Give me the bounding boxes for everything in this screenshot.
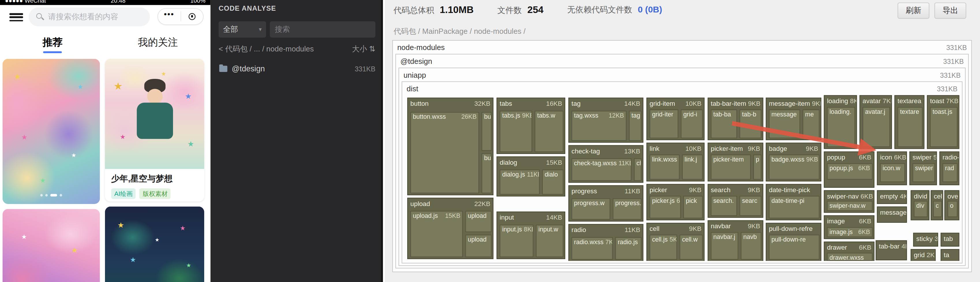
treemap-node[interactable]: tabs16KBtabs.js9KBtabs.w [496,98,565,154]
treemap-node[interactable]: check-tag13KBcheck-tag.wxss11KBch [568,145,643,183]
treemap-node[interactable]: tag14KBtag.wxss12KBtag [568,98,643,143]
treemap-node[interactable]: pull-down-refrepull-down-re [766,223,821,261]
treemap-node[interactable]: cellc [931,190,943,220]
treemap-node[interactable]: picker-item9KBpicker-itemp [708,143,764,181]
tab-following[interactable]: 我的关注 [105,29,210,56]
panel-search-input[interactable] [270,21,375,38]
treemap-file[interactable]: date-time-pi [769,196,819,218]
feed-card-2[interactable]: ★ ★ ★ ★ ★ 少年,星空与梦想 AI绘画 版权素材 [105,59,204,202]
treemap-file[interactable]: bu [482,154,492,194]
treemap-file[interactable]: message [769,109,800,138]
treemap-node[interactable]: image6KBimage.js6KB [824,215,875,239]
treemap-file[interactable]: tab-b [740,109,761,138]
treemap-node[interactable]: empty4KB [877,190,907,204]
treemap-file[interactable]: toast.js [930,107,958,147]
treemap-node[interactable]: input14KBinput.js8KBinput.w [496,212,565,259]
treemap-file[interactable]: progress.js [613,199,642,220]
treemap-node[interactable]: cell9KBcell.js5KBcell.w [646,223,704,261]
treemap-node[interactable]: dialog15KBdialog.js11KBdialo [496,156,565,197]
treemap-file[interactable]: me [803,109,819,138]
search-input[interactable]: 请搜索你想看的内容 [29,8,150,26]
treemap-file[interactable]: tag [629,111,641,141]
treemap-node[interactable]: toast7KBtoast.js [927,95,959,149]
treemap-file[interactable]: o [947,201,958,217]
treemap-file[interactable]: link.j [682,155,703,180]
treemap-node[interactable]: ta [941,249,959,261]
treemap-level-dist[interactable]: dist 331KB button32KBbutton.wxss26KBbubu… [402,82,963,263]
treemap-level-tdesign[interactable]: @tdesign 331KB uniapp 331KB dist 331KB [395,54,969,268]
treemap-node[interactable]: tab [941,233,959,247]
treemap-file[interactable]: icon.w [880,163,905,182]
treemap-file[interactable]: div [914,201,928,217]
tag-copyright[interactable]: 版权素材 [140,188,171,199]
treemap-file[interactable]: pull-down-re [769,235,819,260]
treemap-file[interactable]: cell.w [679,235,703,260]
file-row-tdesign[interactable]: @tdesign 331KB [210,61,381,77]
treemap-file[interactable]: upload [465,211,492,232]
feed-card-3[interactable]: ★ ★ [3,209,100,282]
treemap-file[interactable]: c [933,201,942,217]
treemap-file[interactable]: tag.wxss12KB [572,111,627,141]
treemap-file[interactable]: radio.wxss7KB [572,237,613,260]
treemap-file[interactable]: search. [711,196,737,216]
tab-recommend[interactable]: 推荐 [0,29,105,56]
treemap-node[interactable]: upload22KBupload.js15KBuploadupload [407,198,493,259]
treemap-file[interactable]: cell.js5KB [649,235,677,260]
treemap-node[interactable]: sticky3KB [913,233,938,247]
treemap-node[interactable]: textarea7KBtextare [894,95,924,149]
treemap-node[interactable]: radio11KBradio.wxss7KBradio.js [568,224,643,261]
treemap-file[interactable]: input.js8KB [500,224,533,257]
treemap-node[interactable]: grid-item10KBgrid-itergrid-i [646,98,704,140]
treemap-node[interactable]: navbar9KBnavbar.jnavb [708,220,764,261]
treemap-node[interactable]: swiper5KBswiper [909,151,937,185]
treemap-node[interactable]: oveo [945,190,959,220]
treemap-node[interactable]: message4KB [877,207,907,223]
treemap-file[interactable]: bu [482,112,492,151]
treemap-node[interactable]: popup6KBpopup.js6KB [824,151,875,188]
treemap-file[interactable]: swiper-nav.w [827,201,872,211]
treemap-file[interactable]: picker-item [711,155,751,180]
feed-card-4[interactable]: ★ ★ ★ ★ ★ [105,207,204,282]
treemap-file[interactable]: tabs.w [535,111,563,152]
treemap-node[interactable]: swiper-nav6KBswiper-nav.w [824,190,875,213]
treemap-node[interactable]: date-time-pickdate-time-pi [766,184,821,221]
treemap-file[interactable]: picker.js6KB [649,196,681,218]
treemap-node[interactable]: grid2KB [911,249,936,261]
treemap-node[interactable]: drawer6KBdrawer.wxss [824,242,875,261]
stat-value-link[interactable]: 0 (0B) [638,4,662,14]
treemap-file[interactable]: tabs.js9KB [500,111,532,152]
treemap-file[interactable]: popup.js6KB [827,163,872,179]
treemap-file[interactable]: drawer.wxss [827,253,872,261]
feed-card-1[interactable]: ★ ★ ★ ★ ★ [3,59,100,204]
treemap-node[interactable]: avatar7KBavatar.j [859,95,892,149]
refresh-button[interactable]: 刷新 [897,3,929,19]
treemap-file[interactable]: image.js6KB [827,227,872,237]
treemap-file[interactable]: pick [683,196,703,218]
treemap-node[interactable]: dividdiv [911,190,929,220]
more-icon[interactable]: ••• [158,11,180,21]
treemap-node[interactable]: badge9KBbadge.wxss9KB [766,143,821,181]
treemap-level-uniapp[interactable]: uniapp 331KB dist 331KB button32KBbutton… [399,67,966,266]
treemap-node[interactable]: link10KBlink.wxsslink.j [646,143,704,181]
treemap-node[interactable]: radio-rad [939,151,959,185]
treemap-file[interactable]: badge.wxss9KB [769,155,819,180]
treemap-file[interactable]: loading. [827,107,855,147]
treemap-breadcrumb[interactable]: 代码包 / MainPackage / node-modules / [393,26,525,37]
treemap-file[interactable]: dialo [542,170,563,195]
treemap-file[interactable]: input.w [536,224,563,257]
treemap-file[interactable]: textare [897,107,923,147]
menu-icon[interactable] [9,13,23,21]
sort-control[interactable]: 大小 ⇅ [352,44,375,54]
treemap-file[interactable]: radio.js [615,237,641,260]
treemap-file[interactable]: p [753,155,761,180]
treemap-file[interactable]: searc [740,196,761,216]
treemap-node[interactable]: picker9KBpicker.js6KBpick [646,184,704,221]
treemap-file[interactable]: upload.js15KB [410,211,463,257]
treemap-node[interactable]: message-item9KBmessageme [766,98,821,140]
treemap-file[interactable]: grid-i [681,109,703,138]
tag-ai-paint[interactable]: AI绘画 [111,188,135,199]
treemap-file[interactable]: link.wxss [649,155,679,180]
treemap-file[interactable]: check-tag.wxss11KB [572,158,632,181]
panel-breadcrumb[interactable]: < 代码包 / ... / node-modules [219,44,314,54]
treemap-node[interactable]: button32KBbutton.wxss26KBbubu [407,98,493,195]
